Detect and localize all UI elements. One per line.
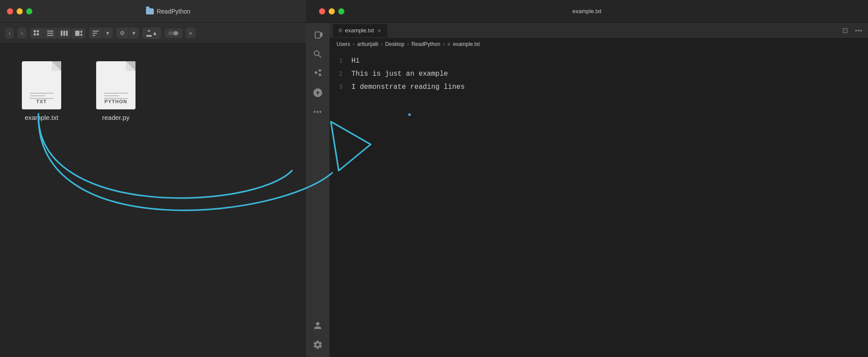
svg-rect-4 [47, 31, 53, 32]
sort-button[interactable] [89, 28, 103, 38]
close-button[interactable] [7, 8, 13, 14]
vscode-titlebar: example.txt [306, 0, 868, 23]
line-content-3: I demonstrate reading lines [351, 81, 465, 93]
svg-rect-5 [47, 33, 53, 34]
tab-bar-left: ≡ example.txt × [333, 24, 387, 37]
search-icon[interactable] [309, 46, 326, 63]
tab-label: example.txt [345, 27, 374, 34]
line-number-1: 1 [330, 55, 351, 66]
svg-rect-3 [37, 33, 39, 35]
action-button[interactable]: ⚙ [116, 28, 129, 38]
extensions-more-icon[interactable]: ••• [309, 103, 326, 121]
account-icon[interactable] [309, 317, 326, 334]
svg-rect-2 [34, 33, 36, 35]
cursor-indicator [408, 113, 411, 116]
breadcrumb-artturijalli[interactable]: artturijalli [357, 41, 378, 47]
svg-rect-9 [66, 31, 68, 36]
svg-rect-11 [80, 31, 82, 33]
svg-rect-14 [93, 33, 97, 34]
vscode-fullscreen-button[interactable] [338, 8, 344, 14]
file-icon-py: PYTHON [96, 61, 135, 109]
editor-tab[interactable]: ≡ example.txt × [333, 24, 387, 37]
file-name-py: reader.py [102, 114, 130, 121]
folder-icon [146, 8, 154, 14]
file-icon-txt: TXT [22, 61, 61, 109]
tab-close-button[interactable]: × [377, 27, 382, 34]
minimize-button[interactable] [17, 8, 23, 14]
gallery-view-button[interactable] [72, 28, 86, 38]
explorer-icon[interactable] [309, 26, 326, 44]
vscode-window: example.txt [306, 0, 868, 357]
file-name-txt: example.txt [25, 114, 59, 121]
line-number-2: 2 [330, 68, 351, 80]
activity-bar: ••• [306, 23, 330, 357]
finder-traffic-lights [7, 8, 32, 14]
tab-bar: ≡ example.txt × ⊡ ••• [330, 23, 868, 38]
split-editor-icon[interactable]: ⊡ [840, 24, 850, 36]
sort-dropdown-button[interactable]: ▾ [103, 28, 113, 38]
svg-rect-15 [93, 35, 95, 36]
more-toolbar-button[interactable]: » [186, 28, 196, 38]
code-line-3: 3 I demonstrate reading lines [330, 80, 868, 94]
vscode-traffic-lights [319, 8, 344, 14]
tab-bar-right: ⊡ ••• [840, 24, 865, 36]
svg-rect-10 [75, 31, 80, 36]
breadcrumb-users[interactable]: Users [337, 41, 350, 47]
toggle-button[interactable] [165, 28, 182, 38]
action-group: ⚙ ▾ [116, 28, 139, 38]
svg-rect-1 [37, 30, 39, 32]
finder-window: ReadPython ‹ › [0, 0, 306, 357]
vscode-minimize-button[interactable] [329, 8, 335, 14]
vscode-body: ••• ≡ example.txt × [306, 23, 868, 357]
run-debug-icon[interactable] [309, 84, 326, 102]
breadcrumb-file[interactable]: example.txt [453, 41, 479, 47]
vscode-close-button[interactable] [319, 8, 325, 14]
finder-title: ReadPython [38, 8, 299, 15]
column-view-button[interactable] [57, 28, 72, 38]
forward-button[interactable]: › [17, 28, 26, 38]
line-number-3: 3 [330, 81, 351, 93]
more-actions-icon[interactable]: ••• [853, 25, 865, 36]
file-item-example-txt[interactable]: TXT example.txt [22, 61, 61, 121]
action-dropdown-button[interactable]: ▾ [129, 28, 139, 38]
line-content-1: Hi [351, 55, 360, 66]
finder-toolbar: ‹ › [0, 23, 306, 44]
icon-view-button[interactable] [30, 28, 44, 38]
breadcrumb-readpython[interactable]: ReadPython [411, 41, 440, 47]
svg-rect-8 [63, 31, 65, 36]
sort-group: ▾ [89, 28, 113, 38]
svg-rect-7 [61, 31, 62, 36]
file-lines-py [104, 93, 128, 99]
svg-rect-12 [80, 34, 82, 36]
breadcrumb: Users › artturijalli › Desktop › ReadPyt… [330, 38, 868, 50]
share-button[interactable]: ▲ [142, 28, 161, 39]
finder-titlebar: ReadPython [0, 0, 306, 23]
svg-point-17 [174, 31, 178, 35]
code-line-1: 1 Hi [330, 54, 868, 67]
file-lines [30, 93, 54, 99]
editor-area: ≡ example.txt × ⊡ ••• Users › artturijal… [330, 23, 868, 357]
svg-rect-13 [93, 31, 99, 32]
source-control-icon[interactable] [309, 65, 326, 82]
line-content-2: This is just an example [351, 68, 448, 80]
fullscreen-button[interactable] [26, 8, 32, 14]
file-type-txt: TXT [36, 99, 47, 104]
settings-icon[interactable] [309, 336, 326, 354]
svg-rect-6 [47, 35, 53, 36]
code-line-2: 2 This is just an example [330, 67, 868, 80]
list-view-button[interactable] [44, 28, 57, 38]
file-item-reader-py[interactable]: PYTHON reader.py [96, 61, 135, 121]
back-button[interactable]: ‹ [5, 28, 14, 38]
view-mode-group [30, 28, 86, 38]
vscode-window-title: example.txt [573, 8, 601, 14]
editor-content[interactable]: 1 Hi 2 This is just an example 3 I demon… [330, 50, 868, 357]
breadcrumb-desktop[interactable]: Desktop [385, 41, 404, 47]
finder-content: TXT example.txt PYTHON reader.py [0, 44, 306, 357]
svg-rect-0 [34, 30, 36, 32]
file-type-py: PYTHON [104, 99, 127, 104]
